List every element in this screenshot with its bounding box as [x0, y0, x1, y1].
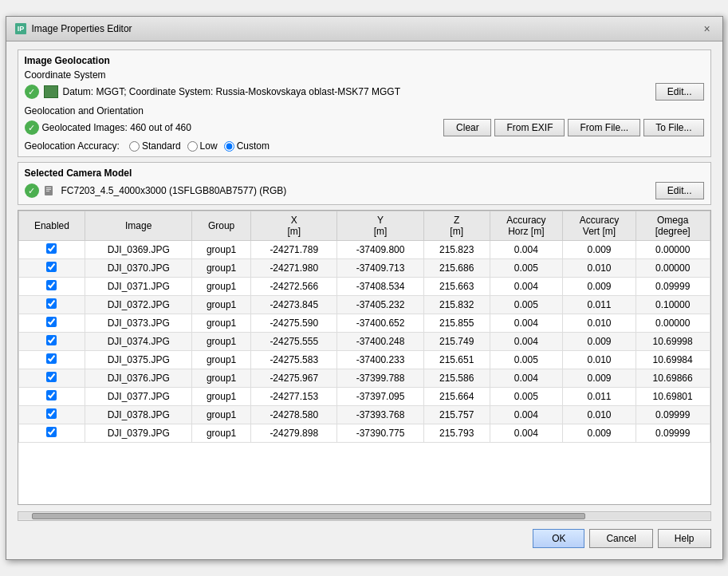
datum-grid-icon	[44, 85, 58, 98]
cell-acc-vert: 0.011	[563, 296, 636, 314]
table-row: DJI_0377.JPG group1 -24277.153 -37397.09…	[18, 388, 710, 406]
cell-x: -24272.566	[251, 278, 337, 296]
coord-edit-button[interactable]: Edit...	[655, 83, 704, 101]
accuracy-low-option[interactable]: Low	[187, 140, 218, 152]
camera-model-left: ✓ FC7203_4.5_4000x3000 (1SFLGB80AB7577) …	[25, 183, 287, 198]
ok-button[interactable]: OK	[533, 529, 584, 548]
cell-omega: 0.00000	[636, 241, 710, 259]
cell-y: -37390.775	[337, 424, 423, 443]
from-file-button[interactable]: From File...	[568, 119, 640, 136]
cell-acc-vert: 0.009	[563, 369, 636, 388]
geo-orientation-block: Geolocation and Orientation ✓ Geolocated…	[25, 105, 704, 136]
cell-acc-vert: 0.010	[563, 314, 636, 333]
cell-image: DJI_0375.JPG	[85, 351, 192, 369]
cell-enabled[interactable]	[18, 351, 85, 369]
accuracy-custom-radio[interactable]	[224, 141, 234, 152]
cell-y: -37408.534	[337, 278, 423, 296]
cell-y: -37409.713	[337, 259, 423, 278]
cell-x: -24275.583	[251, 351, 337, 369]
table-row: DJI_0376.JPG group1 -24275.967 -37399.78…	[18, 369, 710, 388]
col-enabled: Enabled	[18, 211, 85, 241]
row-checkbox[interactable]	[46, 317, 57, 327]
cell-enabled[interactable]	[18, 424, 85, 443]
accuracy-low-radio[interactable]	[187, 141, 198, 152]
cancel-button[interactable]: Cancel	[589, 529, 652, 548]
app-icon: IP	[14, 22, 27, 35]
row-checkbox[interactable]	[46, 390, 57, 400]
cell-z: 215.823	[423, 241, 490, 259]
cell-z: 215.686	[423, 259, 490, 278]
cell-acc-horz: 0.004	[490, 314, 563, 333]
main-window: IP Image Properties Editor × Image Geolo…	[6, 16, 723, 560]
row-checkbox[interactable]	[46, 372, 57, 382]
col-y: Y[m]	[337, 211, 423, 241]
cell-group: group1	[192, 259, 251, 278]
table-row: DJI_0379.JPG group1 -24279.898 -37390.77…	[18, 424, 710, 443]
close-button[interactable]: ×	[700, 22, 714, 36]
cell-x: -24279.898	[251, 424, 337, 443]
coord-system-label: Coordinate System	[25, 69, 704, 81]
cell-x: -24275.967	[251, 369, 337, 388]
cell-enabled[interactable]	[18, 278, 85, 296]
clear-button[interactable]: Clear	[443, 119, 491, 136]
cell-group: group1	[192, 406, 251, 424]
cell-omega: 0.09999	[636, 278, 710, 296]
row-checkbox[interactable]	[46, 280, 57, 290]
cell-enabled[interactable]	[18, 314, 85, 333]
accuracy-standard-label: Standard	[142, 140, 181, 152]
cell-y: -37400.233	[337, 351, 423, 369]
cell-z: 215.651	[423, 351, 490, 369]
table-row: DJI_0369.JPG group1 -24271.789 -37409.80…	[18, 241, 710, 259]
from-exif-button[interactable]: From EXIF	[494, 119, 565, 136]
cell-x: -24275.555	[251, 333, 337, 351]
row-checkbox[interactable]	[46, 335, 57, 345]
cell-x: -24278.580	[251, 406, 337, 424]
cell-acc-vert: 0.010	[563, 406, 636, 424]
to-file-button[interactable]: To File...	[643, 119, 703, 136]
coord-check-icon: ✓	[25, 85, 39, 99]
row-checkbox[interactable]	[46, 298, 57, 309]
geo-info-row: ✓ Geolocated Images: 460 out of 460 Clea…	[25, 119, 704, 136]
cell-acc-horz: 0.004	[490, 406, 563, 424]
accuracy-row: Geolocation Accuracy: Standard Low Custo…	[25, 140, 704, 152]
cell-enabled[interactable]	[18, 259, 85, 278]
accuracy-standard-radio[interactable]	[129, 141, 140, 152]
cell-acc-horz: 0.005	[490, 296, 563, 314]
cell-acc-horz: 0.004	[490, 333, 563, 351]
cell-group: group1	[192, 424, 251, 443]
horizontal-scrollbar[interactable]	[18, 511, 711, 521]
cell-acc-horz: 0.004	[490, 241, 563, 259]
col-x: X[m]	[251, 211, 337, 241]
images-table-container[interactable]: Enabled Image Group X[m] Y[m] Z[m] Accur…	[18, 210, 711, 505]
datum-text: Datum: MGGT; Coordinate System: Russia-M…	[63, 86, 400, 97]
cell-enabled[interactable]	[18, 333, 85, 351]
cell-enabled[interactable]	[18, 369, 85, 388]
camera-model-section: Selected Camera Model ✓ FC7203_4.5_4000x…	[18, 162, 711, 205]
cell-group: group1	[192, 333, 251, 351]
cell-x: -24275.590	[251, 314, 337, 333]
cell-enabled[interactable]	[18, 406, 85, 424]
cell-z: 215.793	[423, 424, 490, 443]
cell-omega: 0.00000	[636, 314, 710, 333]
accuracy-custom-option[interactable]: Custom	[224, 140, 270, 152]
accuracy-label: Geolocation Accuracy:	[25, 140, 120, 152]
cell-enabled[interactable]	[18, 296, 85, 314]
row-checkbox[interactable]	[46, 243, 57, 254]
row-checkbox[interactable]	[46, 262, 57, 272]
accuracy-standard-option[interactable]: Standard	[129, 140, 181, 152]
scrollbar-thumb[interactable]	[32, 513, 585, 519]
window-title: Image Properties Editor	[32, 23, 132, 34]
row-checkbox[interactable]	[46, 427, 57, 437]
camera-edit-button[interactable]: Edit...	[655, 182, 704, 199]
cell-enabled[interactable]	[18, 388, 85, 406]
cell-acc-vert: 0.011	[563, 388, 636, 406]
help-button[interactable]: Help	[658, 529, 711, 548]
cell-image: DJI_0370.JPG	[85, 259, 192, 278]
geo-action-buttons: Clear From EXIF From File... To File...	[443, 119, 703, 136]
row-checkbox[interactable]	[46, 408, 57, 419]
cell-enabled[interactable]	[18, 241, 85, 259]
cell-z: 215.586	[423, 369, 490, 388]
row-checkbox[interactable]	[46, 353, 57, 364]
cell-image: DJI_0374.JPG	[85, 333, 192, 351]
svg-rect-5	[46, 191, 49, 191]
